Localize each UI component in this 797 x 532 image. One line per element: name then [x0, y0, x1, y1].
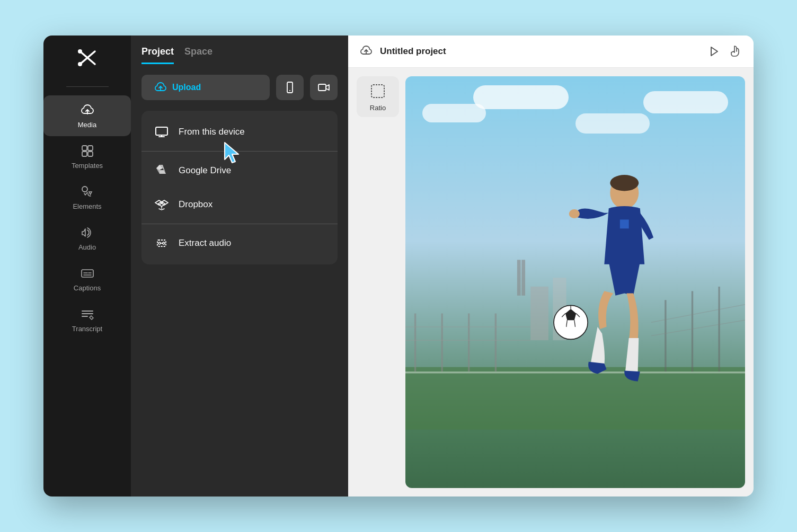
ratio-panel[interactable]: Ratio	[357, 76, 399, 117]
svg-rect-7	[88, 152, 93, 156]
svg-rect-30	[414, 314, 416, 372]
dropdown-divider-2	[141, 224, 338, 224]
audio-icon	[80, 225, 95, 240]
sidebar-item-captions-label: Captions	[74, 284, 101, 292]
tab-space[interactable]: Space	[184, 46, 212, 64]
captions-icon	[80, 266, 95, 281]
extract-audio-label: Extract audio	[179, 238, 231, 249]
sidebar-item-captions[interactable]: Captions	[43, 259, 131, 299]
sidebar-item-audio-label: Audio	[78, 243, 96, 251]
dropbox-label: Dropbox	[179, 199, 212, 210]
project-title: Untitled project	[380, 46, 446, 57]
svg-rect-36	[718, 287, 720, 371]
app-logo	[76, 46, 99, 72]
elements-icon	[80, 184, 95, 199]
sidebar-item-transcript-label: Transcript	[72, 325, 102, 333]
preview-body: Ratio	[348, 68, 754, 496]
ratio-icon	[368, 82, 387, 101]
svg-rect-5	[88, 146, 93, 150]
extract-audio-icon	[154, 236, 169, 251]
soccer-player-svg	[405, 76, 745, 488]
svg-rect-9	[82, 270, 93, 277]
sidebar-item-transcript[interactable]: Transcript	[43, 299, 131, 340]
svg-rect-28	[405, 367, 745, 430]
cloud-save-icon	[359, 44, 374, 59]
upload-button[interactable]: Upload	[141, 75, 270, 100]
svg-point-46	[610, 175, 639, 191]
media-panel: Project Space Upload	[131, 36, 348, 496]
upload-button-label: Upload	[172, 83, 201, 92]
from-device-option[interactable]: From this device	[141, 115, 338, 149]
preview-image-area	[405, 76, 745, 488]
dropdown-divider-1	[141, 151, 338, 152]
svg-rect-33	[495, 314, 497, 372]
tab-project[interactable]: Project	[141, 46, 174, 64]
media-icon	[80, 103, 95, 118]
sidebar-item-audio[interactable]: Audio	[43, 218, 131, 259]
dropbox-option[interactable]: Dropbox	[141, 188, 338, 221]
ratio-label: Ratio	[370, 104, 386, 112]
sidebar-item-templates[interactable]: Templates	[43, 136, 131, 177]
preview-panel: Untitled project Ratio	[348, 36, 754, 496]
upload-dropdown-menu: From this device Google Drive	[141, 111, 338, 264]
svg-rect-34	[665, 300, 666, 371]
svg-rect-41	[530, 287, 548, 340]
play-button[interactable]	[707, 45, 721, 58]
templates-icon	[80, 144, 95, 158]
mobile-import-button[interactable]	[276, 75, 304, 100]
svg-rect-27	[371, 85, 384, 97]
svg-point-23	[158, 242, 161, 244]
sidebar-item-media[interactable]: Media	[43, 95, 131, 136]
svg-rect-6	[82, 152, 87, 156]
svg-rect-35	[692, 291, 693, 371]
svg-point-47	[569, 209, 580, 218]
svg-point-24	[163, 242, 165, 244]
svg-rect-44	[521, 260, 525, 295]
sidebar-item-elements-label: Elements	[73, 202, 101, 210]
svg-rect-29	[405, 371, 745, 373]
svg-point-1	[78, 49, 82, 54]
sidebar: Media Templates Elements	[43, 36, 131, 496]
dropbox-icon	[154, 197, 169, 212]
pointer-tool-button[interactable]	[729, 45, 743, 58]
sidebar-item-elements[interactable]: Elements	[43, 177, 131, 218]
preview-title-area: Untitled project	[359, 44, 446, 59]
google-drive-icon	[154, 163, 169, 178]
monitor-icon	[154, 125, 169, 139]
preview-actions	[707, 45, 743, 58]
google-drive-label: Google Drive	[179, 165, 231, 176]
preview-header: Untitled project	[348, 36, 754, 68]
svg-rect-31	[441, 314, 442, 372]
video-camera-icon	[317, 81, 330, 94]
svg-point-2	[78, 62, 82, 66]
svg-rect-32	[468, 314, 470, 372]
capcut-logo-icon	[76, 46, 99, 69]
google-drive-option[interactable]: Google Drive	[141, 154, 338, 188]
panel-content: Upload	[131, 64, 348, 496]
svg-point-8	[82, 187, 87, 192]
svg-rect-43	[517, 260, 521, 295]
sidebar-item-media-label: Media	[78, 121, 96, 129]
soccer-image	[405, 76, 745, 488]
upload-cloud-icon	[154, 81, 167, 94]
panel-tabs: Project Space	[131, 36, 348, 64]
svg-point-18	[289, 90, 290, 91]
svg-rect-4	[82, 146, 87, 150]
sidebar-divider	[66, 86, 109, 87]
svg-rect-19	[318, 84, 326, 91]
transcript-icon	[80, 307, 95, 322]
video-import-button[interactable]	[310, 75, 338, 100]
svg-rect-20	[156, 127, 167, 135]
from-device-label: From this device	[179, 127, 245, 137]
sidebar-item-templates-label: Templates	[72, 162, 103, 170]
mobile-icon	[284, 81, 296, 94]
upload-row: Upload	[141, 75, 338, 100]
extract-audio-option[interactable]: Extract audio	[141, 226, 338, 260]
